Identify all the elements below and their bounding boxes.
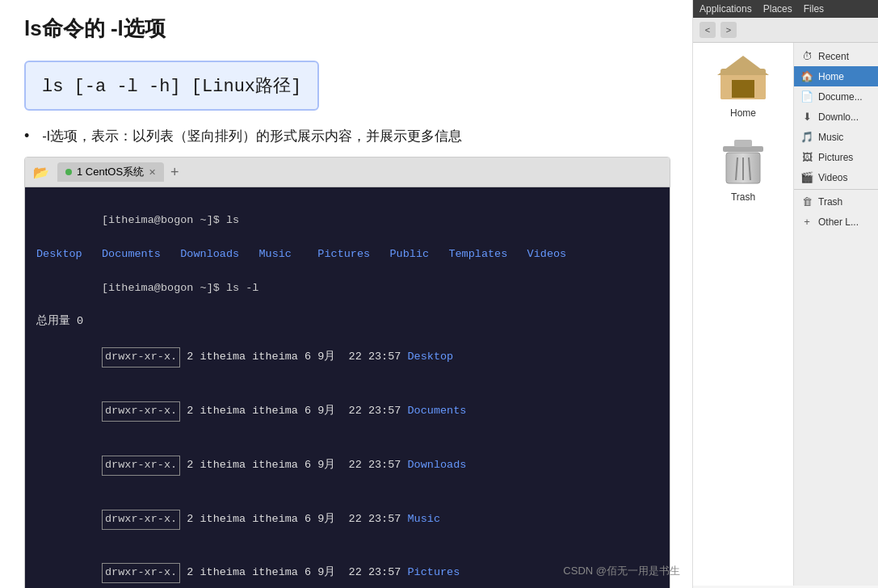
documents-icon: 📄 — [800, 90, 813, 103]
tab-label: 1 CentOS系统 — [77, 165, 144, 179]
fm-menubar: Applications Places Files — [693, 0, 878, 18]
tab-add-button[interactable]: + — [170, 164, 179, 181]
fm-back-button[interactable]: < — [699, 22, 716, 38]
trash-folder-label: Trash — [731, 191, 755, 203]
file-manager-panel: Applications Places Files < > Home — [692, 0, 878, 588]
sidebar-item-trash-label: Trash — [818, 196, 842, 208]
home-folder-label: Home — [730, 107, 756, 119]
term-line-3: [itheima@bogon ~]$ ls -l — [36, 263, 658, 314]
svg-rect-4 — [723, 146, 763, 152]
term-line-2: Desktop Documents Downloads Music Pictur… — [36, 246, 658, 263]
terminal-titlebar: 📂 1 CentOS系统 ✕ + — [25, 158, 670, 187]
sidebar-item-other[interactable]: + Other L... — [794, 212, 878, 232]
sidebar-divider — [794, 189, 878, 190]
term-line-4: 总用量 0 — [36, 313, 658, 330]
sidebar-item-music[interactable]: 🎵 Music — [794, 127, 878, 147]
term-perm-3: drwxr-xr-x. 2 itheima itheima 6 9月 22 23… — [36, 439, 658, 493]
sidebar-item-downloads-label: Downlo... — [818, 111, 859, 123]
fm-main-area: Home — [693, 43, 793, 586]
terminal-container: 📂 1 CentOS系统 ✕ + [itheima@bogon ~]$ ls D… — [24, 157, 670, 588]
sidebar-item-documents[interactable]: 📄 Docume... — [794, 86, 878, 107]
trash-sidebar-icon: 🗑 — [800, 195, 813, 208]
videos-icon: 🎬 — [800, 171, 813, 183]
fm-toolbar: < > — [693, 18, 878, 43]
sidebar-item-trash[interactable]: 🗑 Trash — [794, 191, 878, 212]
bullet-point-1: • -l选项，表示：以列表（竖向排列）的形式展示内容，并展示更多信息 — [24, 127, 678, 145]
sidebar-item-downloads[interactable]: ⬇ Downlo... — [794, 107, 878, 127]
sidebar-item-videos[interactable]: 🎬 Videos — [794, 167, 878, 187]
fm-body: Home — [693, 43, 878, 586]
sidebar-item-documents-label: Docume... — [818, 91, 863, 103]
svg-marker-2 — [717, 56, 769, 75]
svg-rect-3 — [732, 80, 754, 98]
tab-dot — [65, 169, 72, 175]
sidebar-item-recent[interactable]: ⏱ Recent — [794, 46, 878, 66]
bullet-dot: • — [24, 128, 29, 145]
fm-forward-button[interactable]: > — [720, 22, 737, 38]
tab-close-button[interactable]: ✕ — [149, 167, 156, 178]
sidebar-item-videos-label: Videos — [818, 172, 847, 183]
pictures-icon: 🖼 — [800, 151, 813, 163]
sidebar-item-pictures-label: Pictures — [818, 152, 853, 163]
term-line-1: [itheima@bogon ~]$ ls — [36, 195, 658, 246]
command-syntax-text: ls [-a -l -h] [Linux路径] — [42, 77, 301, 97]
command-syntax-box: ls [-a -l -h] [Linux路径] — [24, 61, 319, 111]
sidebar-item-home[interactable]: 🏠 Home — [794, 66, 878, 86]
recent-icon: ⏱ — [800, 50, 813, 62]
term-perm-2: drwxr-xr-x. 2 itheima itheima 6 9月 22 23… — [36, 384, 658, 439]
home-icon: 🏠 — [800, 70, 813, 82]
term-perm-4: drwxr-xr-x. 2 itheima itheima 6 9月 22 23… — [36, 493, 658, 547]
downloads-icon: ⬇ — [800, 111, 813, 123]
terminal-body: [itheima@bogon ~]$ ls Desktop Documents … — [25, 187, 670, 588]
terminal-tab[interactable]: 1 CentOS系统 ✕ — [57, 162, 164, 182]
bullet-text: -l选项，表示：以列表（竖向排列）的形式展示内容，并展示更多信息 — [42, 127, 461, 145]
term-perm-1: drwxr-xr-x. 2 itheima itheima 6 9月 22 23… — [36, 330, 658, 384]
trash-icon — [723, 140, 763, 188]
sidebar-item-pictures[interactable]: 🖼 Pictures — [794, 147, 878, 167]
fm-menu-files[interactable]: Files — [804, 3, 824, 15]
page-title: ls命令的 -l选项 — [24, 15, 678, 43]
folder-icon: 📂 — [33, 163, 51, 181]
terminal-wrapper: 📂 1 CentOS系统 ✕ + [itheima@bogon ~]$ ls D… — [24, 157, 678, 588]
sidebar-item-music-label: Music — [818, 132, 843, 143]
sidebar-item-home-label: Home — [818, 71, 844, 82]
sidebar-item-recent-label: Recent — [818, 51, 849, 62]
fm-sidebar: ⏱ Recent 🏠 Home 📄 Docume... ⬇ Downlo... … — [793, 43, 878, 586]
other-locations-icon: + — [800, 216, 813, 228]
home-folder-icon — [717, 51, 769, 103]
svg-rect-5 — [734, 140, 752, 147]
music-icon: 🎵 — [800, 131, 813, 143]
sidebar-item-other-label: Other L... — [818, 216, 859, 228]
watermark: CSDN @佰无一用是书生 — [563, 564, 680, 578]
fm-menu-places[interactable]: Places — [763, 3, 792, 15]
fm-menu-applications[interactable]: Applications — [699, 3, 752, 15]
